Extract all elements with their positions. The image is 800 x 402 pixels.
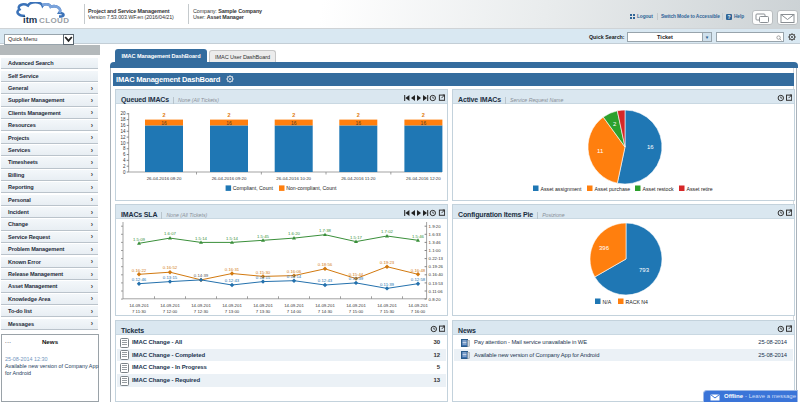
svg-text:1.5:45: 1.5:45: [257, 234, 270, 239]
svg-text:14-09-201: 14-09-201: [377, 303, 397, 308]
svg-text:7 14:00: 7 14:00: [287, 309, 302, 314]
svg-text:7 15:30: 7 15:30: [380, 309, 395, 314]
svg-text:0.12:46: 0.12:46: [132, 277, 147, 282]
svg-text:16: 16: [120, 123, 126, 128]
svg-text:1.3:46: 1.3:46: [429, 240, 442, 245]
svg-text:RACK N4: RACK N4: [626, 299, 649, 305]
svg-text:26-04-2016 11:20: 26-04-2016 11:20: [341, 176, 376, 181]
svg-text:14-09-201: 14-09-201: [346, 303, 366, 308]
svg-text:16: 16: [421, 120, 427, 126]
svg-text:2: 2: [123, 164, 126, 169]
svg-text:2: 2: [162, 112, 165, 118]
svg-text:0.19:26: 0.19:26: [429, 264, 444, 269]
svg-text:14-09-201: 14-09-201: [160, 303, 180, 308]
svg-text:itm: itm: [23, 14, 37, 25]
svg-text:0.18:56: 0.18:56: [318, 262, 333, 267]
svg-text:7 14:30: 7 14:30: [318, 309, 333, 314]
svg-text:0.12:43: 0.12:43: [318, 278, 333, 283]
svg-text:26-04-2016 09:20: 26-04-2016 09:20: [212, 176, 247, 181]
svg-text:0.12:43: 0.12:43: [225, 278, 240, 283]
svg-text:10: 10: [120, 141, 126, 146]
svg-text:7 12:00: 7 12:00: [163, 309, 178, 314]
svg-text:0.8:20: 0.8:20: [429, 297, 442, 302]
svg-text:16: 16: [226, 120, 232, 126]
svg-text:Asset assignment: Asset assignment: [541, 186, 583, 192]
svg-text:0.12:58: 0.12:58: [411, 277, 426, 282]
svg-text:14-09-201: 14-09-201: [191, 303, 211, 308]
svg-text:2: 2: [227, 112, 230, 118]
svg-text:2: 2: [292, 112, 295, 118]
svg-text:?: ?: [727, 14, 730, 20]
svg-text:2: 2: [357, 112, 360, 118]
svg-text:0.16:31: 0.16:31: [225, 267, 240, 272]
svg-text:7 16:00: 7 16:00: [411, 309, 426, 314]
svg-text:16: 16: [161, 120, 167, 126]
svg-text:1.5:14: 1.5:14: [226, 236, 239, 241]
svg-text:1.6:20: 1.6:20: [288, 231, 301, 236]
svg-text:2: 2: [422, 112, 425, 118]
svg-text:0: 0: [123, 170, 126, 175]
svg-text:1.6:33: 1.6:33: [429, 232, 442, 237]
svg-text:0.14:14: 0.14:14: [287, 274, 302, 279]
svg-text:N/A: N/A: [603, 299, 612, 305]
svg-text:20: 20: [120, 111, 126, 116]
svg-text:14-09-201: 14-09-201: [253, 303, 273, 308]
svg-text:0.16:22: 0.16:22: [132, 268, 147, 273]
svg-text:0.19:23: 0.19:23: [380, 260, 395, 265]
svg-text:Asset restock: Asset restock: [643, 186, 675, 192]
svg-text:0.13:15: 0.13:15: [163, 275, 178, 280]
svg-text:Compliant, Count: Compliant, Count: [233, 185, 274, 191]
svg-text:14-09-201: 14-09-201: [222, 303, 242, 308]
svg-text:0.13:53: 0.13:53: [429, 281, 444, 286]
svg-text:1.6:07: 1.6:07: [164, 231, 177, 236]
svg-text:14-09-201: 14-09-201: [129, 303, 149, 308]
svg-text:793: 793: [639, 267, 650, 273]
svg-text:26-04-2016 10:20: 26-04-2016 10:20: [276, 176, 311, 181]
svg-text:0.13:39: 0.13:39: [349, 276, 364, 281]
svg-text:0.14:15: 0.14:15: [256, 275, 271, 280]
svg-text:0.11:39: 0.11:39: [380, 282, 395, 287]
svg-text:16: 16: [356, 120, 362, 126]
svg-text:26-04-2016 08:20: 26-04-2016 08:20: [147, 176, 182, 181]
svg-text:1.5:09: 1.5:09: [133, 237, 146, 242]
svg-text:Asset purchase: Asset purchase: [595, 186, 631, 192]
svg-text:14: 14: [120, 129, 126, 134]
svg-text:7 13:30: 7 13:30: [256, 309, 271, 314]
svg-text:8: 8: [123, 146, 126, 151]
svg-text:1.9:20: 1.9:20: [429, 224, 442, 229]
svg-text:7 12:30: 7 12:30: [194, 309, 209, 314]
svg-text:0.16:48: 0.16:48: [411, 268, 426, 273]
svg-text:CLOUD: CLOUD: [39, 16, 69, 25]
svg-text:18: 18: [120, 117, 126, 122]
svg-text:1.1:00: 1.1:00: [429, 248, 442, 253]
svg-text:12: 12: [120, 135, 126, 140]
svg-text:396: 396: [599, 245, 610, 251]
svg-text:1.5:46: 1.5:46: [412, 234, 425, 239]
svg-text:7 15:00: 7 15:00: [349, 309, 364, 314]
svg-text:14-09-201: 14-09-201: [408, 303, 428, 308]
svg-text:4: 4: [123, 158, 126, 163]
svg-text:14-09-201: 14-09-201: [315, 303, 335, 308]
svg-text:0.11:06: 0.11:06: [429, 289, 444, 294]
svg-text:0.22:13: 0.22:13: [429, 256, 444, 261]
svg-text:0.14:39: 0.14:39: [194, 273, 209, 278]
svg-text:7 11:30: 7 11:30: [132, 309, 147, 314]
svg-text:1.5:17: 1.5:17: [350, 235, 363, 240]
svg-text:16: 16: [647, 144, 654, 150]
svg-text:0.16:40: 0.16:40: [429, 272, 444, 277]
svg-text:1.5:14: 1.5:14: [195, 236, 208, 241]
svg-text:0.16:52: 0.16:52: [163, 265, 178, 270]
svg-text:Asset retire: Asset retire: [687, 186, 713, 192]
svg-text:11: 11: [597, 148, 604, 154]
svg-text:Non-compliant, Count: Non-compliant, Count: [286, 185, 337, 191]
svg-text:26-04-2016 12:20: 26-04-2016 12:20: [406, 176, 441, 181]
svg-text:1.7:38: 1.7:38: [319, 228, 332, 233]
svg-text:7 13:00: 7 13:00: [225, 309, 240, 314]
svg-text:1.7:02: 1.7:02: [381, 229, 394, 234]
svg-text:16: 16: [291, 120, 297, 126]
svg-text:14-09-201: 14-09-201: [284, 303, 304, 308]
svg-text:6: 6: [123, 152, 126, 157]
